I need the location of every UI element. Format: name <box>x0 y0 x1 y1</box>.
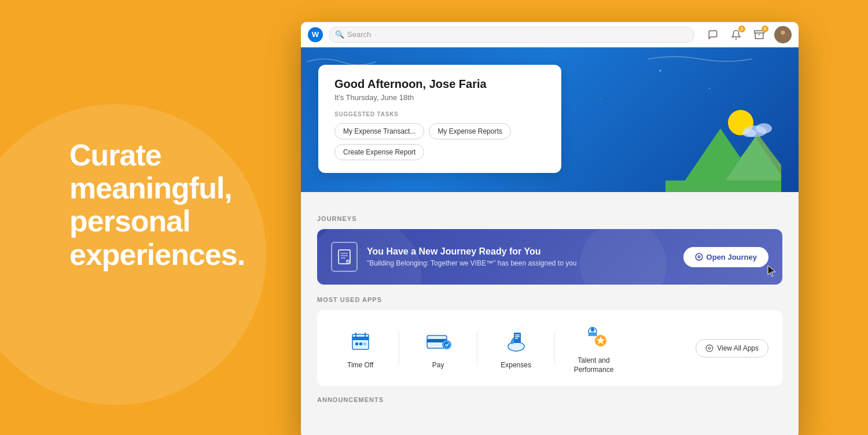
announcements-label: ANNOUNCEMENTS <box>317 396 782 403</box>
svg-rect-30 <box>514 333 521 343</box>
svg-point-5 <box>756 123 772 134</box>
notification-badge: 1 <box>738 25 745 32</box>
task-create-expense-report[interactable]: Create Expense Report <box>334 144 424 160</box>
workday-logo: W <box>308 27 323 42</box>
svg-rect-24 <box>363 342 366 345</box>
journey-title: You Have a New Journey Ready for You <box>367 246 577 257</box>
suggested-tasks-list: My Expense Transact... My Expense Report… <box>334 123 545 160</box>
journey-card: You Have a New Journey Ready for You "Bu… <box>317 229 782 285</box>
journeys-section-label: JOURNEYS <box>317 215 782 222</box>
main-content: JOURNEYS You Have a New <box>301 192 799 422</box>
svg-point-2 <box>781 30 785 34</box>
notifications-button[interactable]: 1 <box>728 27 744 43</box>
journey-text: You Have a New Journey Ready for You "Bu… <box>367 246 577 267</box>
svg-rect-11 <box>339 250 350 264</box>
tagline-text: Curate meaningful, personal experiences. <box>69 139 278 271</box>
svg-point-28 <box>444 342 450 348</box>
app-divider-3 <box>554 331 555 366</box>
svg-point-35 <box>591 328 594 331</box>
apps-section-label: MOST USED APPS <box>317 296 782 303</box>
browser-topbar: W 🔍 Search 1 2 <box>301 22 799 47</box>
search-placeholder-text: Search <box>347 30 371 39</box>
app-divider-2 <box>477 331 477 366</box>
svg-rect-19 <box>352 337 369 340</box>
app-expenses[interactable]: Expenses <box>487 326 545 370</box>
svg-rect-18 <box>352 334 369 349</box>
apps-card: Time Off Pay <box>317 310 782 386</box>
app-pay[interactable]: Pay <box>409 326 467 370</box>
greeting-name: Good Afternoon, Jose Faria <box>334 78 545 91</box>
view-all-apps-button[interactable]: View All Apps <box>696 339 768 357</box>
header-icons: 1 2 <box>705 26 792 43</box>
svg-rect-10 <box>665 180 781 192</box>
mountain-illustration <box>665 99 781 192</box>
announcements-section: ANNOUNCEMENTS <box>317 396 782 403</box>
journeys-section: JOURNEYS You Have a New <box>317 215 782 285</box>
journey-card-left: You Have a New Journey Ready for You "Bu… <box>331 242 577 272</box>
journey-icon <box>331 242 358 272</box>
svg-point-38 <box>706 345 713 352</box>
task-expense-transactions[interactable]: My Expense Transact... <box>334 123 424 139</box>
time-off-label: Time Off <box>347 361 373 370</box>
task-expense-reports[interactable]: My Expense Reports <box>429 123 510 139</box>
greeting-card: Good Afternoon, Jose Faria It's Thursday… <box>318 65 561 173</box>
app-time-off[interactable]: Time Off <box>331 326 389 370</box>
left-tagline-section: Curate meaningful, personal experiences. <box>69 139 278 271</box>
app-divider-1 <box>399 331 399 366</box>
svg-point-39 <box>708 347 711 349</box>
app-talent-performance[interactable]: Talent and Performance <box>564 322 623 374</box>
expenses-icon <box>501 326 531 356</box>
svg-point-17 <box>698 256 700 258</box>
expenses-label: Expenses <box>501 361 531 370</box>
svg-point-29 <box>508 342 524 351</box>
search-bar[interactable]: 🔍 Search <box>329 27 694 43</box>
greeting-date: It's Thursday, June 18th <box>334 93 545 102</box>
time-off-icon <box>345 326 376 356</box>
talent-performance-label: Talent and Performance <box>574 356 614 374</box>
browser-window: W 🔍 Search 1 2 <box>301 22 799 435</box>
svg-point-16 <box>696 253 703 260</box>
view-all-label: View All Apps <box>717 344 759 352</box>
chat-button[interactable] <box>705 27 721 43</box>
svg-rect-23 <box>359 342 362 345</box>
journey-subtitle: "Building Belonging: Together we VIBE™" … <box>367 259 577 267</box>
suggested-tasks-label: SUGGESTED TASKS <box>334 111 545 117</box>
svg-point-6 <box>742 129 756 137</box>
svg-rect-22 <box>355 342 358 345</box>
pay-label: Pay <box>432 361 444 370</box>
most-used-apps-section: MOST USED APPS <box>317 296 782 386</box>
hero-banner: Good Afternoon, Jose Faria It's Thursday… <box>301 47 799 192</box>
search-icon: 🔍 <box>335 30 344 39</box>
inbox-button[interactable]: 2 <box>751 27 767 43</box>
inbox-badge: 2 <box>762 25 768 32</box>
svg-point-15 <box>346 260 350 263</box>
talent-performance-icon <box>579 322 609 352</box>
user-avatar[interactable] <box>774 26 792 43</box>
open-journey-button[interactable]: Open Journey <box>683 247 768 267</box>
pay-icon <box>423 326 453 356</box>
